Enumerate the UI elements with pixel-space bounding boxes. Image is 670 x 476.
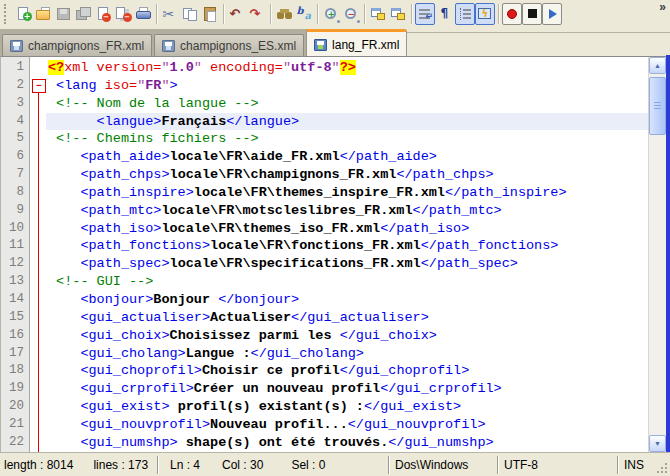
editor-line[interactable]: 15 <gui_actualiser>Actualiser</gui_actua…	[1, 309, 648, 327]
editor-line[interactable]: 11 <path_fonctions>locale\FR\fonctions_F…	[1, 237, 648, 255]
fold-margin	[30, 148, 46, 166]
line-number: 10	[1, 220, 30, 238]
fold-collapse-icon[interactable]	[30, 77, 46, 95]
editor-line[interactable]: 12 <path_spec>locale\FR\specifications_F…	[1, 255, 648, 273]
line-number: 21	[1, 416, 30, 434]
zoom-out-button[interactable]	[341, 3, 361, 25]
code-text: <langue>Français</langue>	[46, 113, 648, 131]
close-button[interactable]	[93, 3, 113, 25]
fold-margin	[30, 166, 46, 184]
code-text: <path_aide>locale\FR\aide_FR.xml</path_a…	[46, 148, 648, 166]
scroll-down-arrow-icon[interactable]: ▼	[649, 435, 666, 452]
editor-line[interactable]: 5 <!-- Chemins fichiers -->	[1, 130, 648, 148]
editor-line[interactable]: 14 <bonjour>Bonjour </bonjour>	[1, 291, 648, 309]
editor-line[interactable]: 20 <gui_exist> profil(s) existant(s) :</…	[1, 398, 648, 416]
new-file-button[interactable]	[13, 3, 33, 25]
toolbar: »	[0, 0, 670, 28]
status-cursor-position: Ln : 4 Col : 30 Sel : 0	[158, 453, 388, 476]
print-button[interactable]	[133, 3, 153, 25]
macro-stop-button[interactable]	[522, 3, 542, 25]
code-text: <path_spec>locale\FR\specifications_FR.x…	[46, 255, 648, 273]
tab-champignons_ES.xml[interactable]: champignons_ES.xml	[154, 34, 304, 57]
code-text: <!-- Chemins fichiers -->	[46, 130, 648, 148]
close-all-button[interactable]	[113, 3, 133, 25]
file-saved-icon	[162, 40, 175, 52]
document-map-button[interactable]	[475, 3, 495, 25]
sync-vertical-scroll-button[interactable]	[368, 3, 388, 25]
editor-line[interactable]: 21 <gui_nouvprofil>Nouveau profil...</gu…	[1, 416, 648, 434]
undo-button[interactable]	[227, 3, 247, 25]
tab-list: champignons_FR.xmlchampignons_ES.xmllang…	[2, 29, 409, 57]
editor-line[interactable]: 8 <path_inspire>locale\FR\themes_inspire…	[1, 184, 648, 202]
redo-button[interactable]	[247, 3, 267, 25]
vertical-scrollbar[interactable]: ▲ ▼	[648, 57, 666, 452]
show-indent-guide-icon	[457, 6, 474, 22]
macro-play-button[interactable]	[542, 3, 562, 25]
show-all-characters-icon	[437, 6, 454, 22]
editor-line[interactable]: 9 <path_mtc>locale\FR\motscleslibres_FR.…	[1, 202, 648, 220]
status-insert-mode[interactable]: INS	[618, 453, 670, 476]
print-icon	[135, 6, 152, 22]
editor-line[interactable]: 2 <lang iso="FR">	[1, 77, 648, 95]
editor-line[interactable]: 19 <gui_crprofil>Créer un nouveau profil…	[1, 380, 648, 398]
fold-margin	[30, 184, 46, 202]
editor-line[interactable]: 1<?xml version="1.0" encoding="utf-8"?>	[1, 59, 648, 77]
window-right-border	[666, 55, 670, 452]
tab-label: champignons_ES.xml	[180, 39, 296, 53]
fold-margin	[30, 345, 46, 363]
close-all-icon	[115, 6, 132, 22]
scrollbar-thumb[interactable]	[649, 77, 666, 135]
paste-button[interactable]	[200, 3, 220, 25]
line-number: 5	[1, 130, 30, 148]
show-indent-guide-button[interactable]	[455, 3, 475, 25]
code-text: <path_chps>locale\FR\champignons_FR.xml<…	[46, 166, 648, 184]
find-button[interactable]	[274, 3, 294, 25]
scroll-up-arrow-icon[interactable]: ▲	[649, 57, 666, 74]
zoom-in-button[interactable]	[321, 3, 341, 25]
fold-margin	[30, 291, 46, 309]
macro-record-button[interactable]	[502, 3, 522, 25]
toolbar-overflow-chevron-icon[interactable]: »	[659, 0, 666, 14]
copy-button[interactable]	[180, 3, 200, 25]
editor-line[interactable]: 4 <langue>Français</langue>	[1, 113, 648, 131]
new-file-icon	[15, 6, 32, 22]
cut-button[interactable]	[160, 3, 180, 25]
status-encoding[interactable]: UTF-8	[498, 453, 617, 476]
code-editor[interactable]: 1<?xml version="1.0" encoding="utf-8"?>2…	[0, 56, 666, 452]
editor-line[interactable]: 17 <gui_cholang>Langue :</gui_cholang>	[1, 345, 648, 363]
fold-margin	[30, 398, 46, 416]
editor-line[interactable]: 22 <gui_numshp> shape(s) ont été trouvés…	[1, 434, 648, 452]
editor-line[interactable]: 10 <path_iso>locale\FR\themes_iso_FR.xml…	[1, 220, 648, 238]
status-length: length : 8014	[4, 458, 73, 472]
fold-margin	[30, 59, 46, 77]
show-all-characters-button[interactable]	[435, 3, 455, 25]
editor-line[interactable]: 3 <!-- Nom de la langue -->	[1, 95, 648, 113]
toolbar-grip-handle[interactable]	[4, 4, 9, 24]
code-text: <bonjour>Bonjour </bonjour>	[46, 291, 648, 309]
tab-champignons_FR.xml[interactable]: champignons_FR.xml	[2, 34, 152, 57]
code-text: <path_mtc>locale\FR\motscleslibres_FR.xm…	[46, 202, 648, 220]
editor-line[interactable]: 13 <!-- GUI -->	[1, 273, 648, 291]
status-doc-stats: length : 8014 lines : 173	[0, 453, 157, 476]
tab-lang_FR.xml[interactable]: lang_FR.xml	[306, 29, 407, 57]
toolbar-separator	[270, 4, 271, 24]
sync-horizontal-scroll-button[interactable]	[388, 3, 408, 25]
fold-margin	[30, 309, 46, 327]
editor-line[interactable]: 16 <gui_choix>Choisissez parmi les </gui…	[1, 327, 648, 345]
status-eol-format[interactable]: Dos\Windows	[389, 453, 497, 476]
editor-line[interactable]: 18 <gui_choprofil>Choisir ce profil</gui…	[1, 362, 648, 380]
sync-vertical-scroll-icon	[370, 6, 387, 22]
open-file-button[interactable]	[33, 3, 53, 25]
fold-margin	[30, 362, 46, 380]
editor-line[interactable]: 7 <path_chps>locale\FR\champignons_FR.xm…	[1, 166, 648, 184]
window-resize-grip[interactable]	[665, 471, 667, 473]
replace-button[interactable]	[294, 3, 314, 25]
status-selection-count: Sel : 0	[291, 458, 325, 472]
zoom-in-icon	[323, 6, 340, 22]
word-wrap-button[interactable]	[415, 3, 435, 25]
close-icon	[95, 6, 112, 22]
editor-line[interactable]: 6 <path_aide>locale\FR\aide_FR.xml</path…	[1, 148, 648, 166]
toolbar-separator	[411, 4, 412, 24]
fold-margin	[30, 434, 46, 452]
macro-record-icon	[504, 6, 521, 22]
